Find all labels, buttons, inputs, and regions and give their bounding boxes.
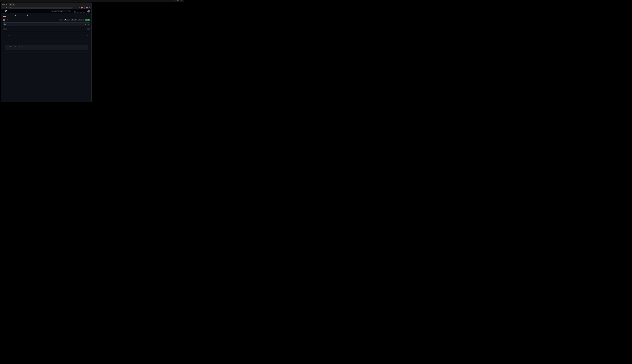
repo-content: 📌 👁 ▾ ⑂ ▾ ★ ▾ ‹› ▾ ✓ · ↺	[1, 17, 92, 102]
readme-body: 1. Install Xcode Command Line Tools:	[3, 38, 90, 52]
maximize-window[interactable]	[6, 4, 7, 5]
tab-overflow-icon[interactable]: ⌄	[89, 4, 90, 5]
new-tab-button[interactable]: +	[16, 4, 16, 5]
forward-button[interactable]: ›	[3, 7, 4, 8]
github-search[interactable]: ⌕ Type / to search ⌘	[51, 10, 72, 12]
browser-tab[interactable]: ×	[9, 3, 15, 6]
status-icon[interactable]: ♦	[169, 0, 170, 2]
window-controls[interactable]	[2, 4, 7, 5]
code-icon: ‹›	[4, 14, 4, 16]
browser-window: × + ⌄ ‹ › ⟳ ⛨ 🔒︎ ▭ ⤓ ◫ ≡ ≡ /	[1, 2, 92, 102]
fork-button[interactable]: ⑂ ▾	[71, 18, 77, 21]
bluetooth-icon[interactable]: ᛒ	[172, 0, 172, 2]
extension-icon[interactable]: ◫	[78, 7, 80, 8]
search-placeholder: Type	[54, 10, 56, 12]
reload-button[interactable]: ⟳	[4, 7, 6, 8]
outline-icon[interactable]: ≡	[87, 34, 88, 36]
close-tab-icon[interactable]: ×	[13, 4, 14, 5]
play-icon: ▷	[16, 14, 16, 16]
repo-icon	[3, 19, 5, 21]
check-icon: ✓	[8, 24, 9, 25]
readme-screenshot: 1. Install Xcode Command Line Tools:	[5, 45, 88, 50]
commits-link[interactable]: ↺	[88, 24, 89, 25]
commit-avatar	[4, 24, 6, 25]
tab-security[interactable]: ⛨	[26, 14, 30, 17]
battery-icon: ▮▮▮	[177, 0, 179, 2]
issues-icon[interactable]: ⊙	[77, 10, 79, 12]
back-button[interactable]: ‹	[2, 7, 2, 8]
hamburger-icon[interactable]: ≡	[3, 10, 4, 12]
file-search-kbd: t	[84, 28, 85, 30]
gear-icon: ⚙	[36, 14, 37, 16]
url-input[interactable]: 🔒︎	[8, 7, 73, 8]
file-table	[3, 32, 90, 32]
file-search[interactable]: ⌕ t	[8, 28, 86, 30]
user-avatar[interactable]	[87, 10, 90, 12]
ext1-icon[interactable]	[81, 7, 83, 8]
search-icon: ⌕	[52, 10, 53, 12]
star-button[interactable]: ★ ▾	[78, 18, 84, 21]
edit-readme-icon[interactable]: ✎	[85, 34, 86, 36]
readme-tab[interactable]: ▫	[4, 34, 7, 37]
code-button[interactable]: ‹› ▾	[85, 18, 90, 21]
pr-icon[interactable]: ⑃	[80, 10, 82, 12]
license-tab[interactable]: ⚖	[7, 34, 11, 37]
macos-menubar: ♦ ᛒ ⊚ ▮▮▮ ⌥	[0, 0, 184, 2]
wifi-icon[interactable]: ⊚	[174, 0, 175, 2]
graph-icon: 〜	[31, 14, 32, 16]
ext3-icon[interactable]	[86, 7, 88, 8]
browser-tab-bar: × + ⌄	[1, 3, 92, 6]
repo-title-row: 📌 👁 ▾ ⑂ ▾ ★ ▾ ‹› ▾	[3, 18, 90, 21]
minimize-window[interactable]	[4, 4, 6, 5]
inbox-icon[interactable]: ▽	[83, 10, 85, 12]
tab-insights[interactable]: 〜	[30, 14, 34, 17]
tab-code[interactable]: ‹›	[3, 14, 6, 17]
shield-icon[interactable]: ⛨	[6, 7, 8, 8]
tab-actions[interactable]: ▷	[14, 14, 18, 17]
search-kbd: /	[56, 10, 58, 12]
readme-box: ▫ ⚖ ✎ ≡ 1	[3, 34, 90, 52]
github-header: ≡ / ⌕ Type / to search ⌘ + ▾ ⊙ ⑃ ▽	[1, 9, 92, 13]
close-window[interactable]	[2, 4, 4, 5]
download-icon[interactable]: ⤓	[76, 7, 78, 8]
command-icon: ⌘	[69, 10, 70, 12]
tab-settings[interactable]: ⚙	[34, 14, 38, 17]
unwatch-button[interactable]: 👁 ▾	[64, 18, 70, 21]
lock-icon: 🔒︎	[10, 7, 11, 8]
repo-nav: ‹› ⊙ ⑃ ▷ ⊞ ▫ ⛨ 〜 ⚙	[1, 13, 92, 17]
projects-icon: ⊞	[20, 14, 20, 16]
wiki-icon: ▫	[24, 14, 24, 16]
address-bar-row: ‹ › ⟳ ⛨ 🔒︎ ▭ ⤓ ◫ ≡	[1, 6, 92, 9]
pin-button[interactable]: 📌	[59, 18, 63, 21]
tab-issues[interactable]: ⊙	[6, 14, 10, 17]
latest-commit[interactable]: ✓ · ↺	[3, 22, 90, 26]
reader-icon[interactable]: ▭	[74, 7, 75, 8]
tab-pulls[interactable]: ⑃	[10, 14, 14, 17]
visibility-badge	[7, 20, 8, 20]
issues-icon: ⊙	[8, 14, 8, 16]
tab-wiki[interactable]: ▫	[22, 14, 26, 17]
search-icon: ⌕	[9, 28, 10, 30]
branch-select[interactable]: ᛘ ▾	[3, 28, 7, 30]
search-placeholder-2: to search	[58, 10, 63, 12]
ext2-icon[interactable]	[84, 7, 85, 8]
shield-icon: ⛨	[27, 14, 28, 16]
menu-icon[interactable]: ≡	[88, 7, 90, 8]
tab-favicon	[10, 4, 11, 5]
github-logo[interactable]	[5, 10, 7, 12]
tab-projects[interactable]: ⊞	[18, 14, 22, 17]
breadcrumb: /	[8, 10, 10, 12]
pr-icon: ⑃	[12, 14, 12, 16]
license-badge[interactable]	[5, 42, 7, 42]
branch-row: ᛘ ▾ ⌕ t +	[3, 28, 90, 30]
add-file-button[interactable]: +	[87, 28, 90, 30]
create-button[interactable]: + ▾	[74, 10, 76, 12]
control-center-icon[interactable]: ⌥	[180, 0, 182, 2]
repo-main: 📌 👁 ▾ ⑂ ▾ ★ ▾ ‹› ▾ ✓ · ↺	[1, 17, 92, 102]
